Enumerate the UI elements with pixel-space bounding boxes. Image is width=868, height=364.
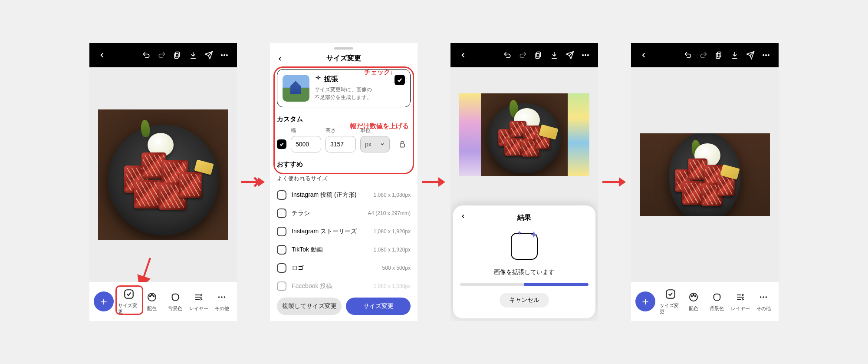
svg-point-30: [695, 296, 696, 297]
canvas[interactable]: [89, 67, 237, 282]
tool-colors[interactable]: 配色: [683, 291, 705, 312]
preset-checkbox[interactable]: [277, 263, 286, 273]
svg-point-3: [224, 54, 225, 56]
tool-bgcolor[interactable]: 背景色: [706, 291, 728, 312]
redo-icon[interactable]: [697, 49, 710, 62]
undo-icon[interactable]: [501, 49, 514, 62]
svg-rect-0: [176, 52, 179, 57]
add-button[interactable]: +: [635, 291, 655, 311]
svg-point-29: [693, 295, 694, 295]
more-icon[interactable]: [579, 49, 592, 62]
back-icon[interactable]: [457, 49, 470, 62]
arrow-right-icon: [241, 175, 266, 189]
canvas-image-expanded[interactable]: [640, 133, 770, 216]
back-icon[interactable]: [637, 49, 650, 62]
send-icon[interactable]: [563, 49, 576, 62]
svg-point-18: [582, 54, 584, 56]
sheet-header: サイズ変更: [270, 50, 418, 69]
preset-row[interactable]: Instagram ストーリーズ 1,080 x 1,920px: [277, 222, 411, 241]
canvas-image-wide[interactable]: [459, 93, 589, 176]
resize-icon: [123, 288, 135, 300]
redo-icon[interactable]: [155, 49, 168, 62]
preset-checkbox[interactable]: [277, 227, 286, 236]
canvas-image[interactable]: [98, 109, 228, 240]
custom-size-row: 幅 高さ 単位 px: [277, 127, 411, 152]
palette-icon: [146, 291, 158, 303]
svg-point-23: [763, 54, 764, 56]
download-icon[interactable]: [728, 49, 741, 62]
undo-icon[interactable]: [681, 49, 694, 62]
height-input[interactable]: [326, 136, 356, 152]
preset-row[interactable]: チラシ A4 (210 x 297mm): [277, 204, 411, 222]
preset-row[interactable]: Instagram 投稿 (正方形) 1,080 x 1,080px: [277, 186, 411, 204]
label: その他: [756, 306, 771, 312]
resize-sheet: サイズ変更 拡張: [270, 43, 418, 321]
stack-icon[interactable]: [713, 49, 726, 62]
more-icon[interactable]: [218, 49, 231, 62]
resize-icon: [664, 288, 677, 300]
preset-row[interactable]: Facebook 投稿 1,080 x 1,080px: [277, 277, 411, 291]
cancel-button[interactable]: キャンセル: [500, 293, 549, 308]
expand-checkbox[interactable]: [395, 75, 405, 85]
duplicate-resize-button[interactable]: 複製してサイズ変更: [277, 298, 342, 315]
svg-rect-1: [174, 53, 178, 59]
tool-colors[interactable]: 配色: [141, 291, 163, 312]
topbar: [631, 43, 779, 67]
unit-select[interactable]: px: [360, 136, 390, 152]
download-icon[interactable]: [548, 49, 561, 62]
redo-icon[interactable]: [516, 49, 529, 62]
send-icon[interactable]: [202, 49, 215, 62]
bottom-toolbar: + サイズ変更 配色 背景色: [89, 282, 237, 321]
topbar: [89, 43, 237, 67]
square-icon: [169, 291, 181, 303]
width-input[interactable]: [291, 136, 321, 152]
fill-right: [568, 93, 589, 176]
tool-layers[interactable]: レイヤー: [188, 291, 210, 312]
add-button[interactable]: +: [94, 291, 114, 311]
progress-bar: [460, 283, 589, 286]
canvas[interactable]: [631, 67, 779, 282]
tool-resize[interactable]: サイズ変更: [118, 288, 140, 315]
stack-icon[interactable]: [171, 49, 184, 62]
result-back-icon[interactable]: [460, 212, 466, 222]
lock-aspect-button[interactable]: [394, 136, 411, 152]
preset-checkbox[interactable]: [277, 245, 286, 255]
sheet-back-icon[interactable]: [277, 55, 283, 64]
panel-2-resize-sheet: サイズ変更 拡張: [270, 43, 418, 321]
chevron-down-icon: [380, 142, 385, 147]
preset-checkbox[interactable]: [277, 208, 286, 218]
panel-4-result: + サイズ変更 配色 背景色 レイヤー その他: [631, 43, 779, 321]
tool-more[interactable]: その他: [753, 291, 774, 312]
tool-layers[interactable]: レイヤー: [730, 291, 751, 312]
svg-point-33: [763, 296, 764, 298]
label: サイズ変更: [660, 303, 681, 315]
palette-icon: [687, 291, 700, 303]
preset-row[interactable]: TikTok 動画 1,080 x 1,920px: [277, 241, 411, 259]
panel-3-expanding: 結果 画像を拡張しています キャンセル: [450, 43, 598, 321]
undo-icon[interactable]: [140, 49, 153, 62]
svg-rect-31: [714, 294, 720, 301]
preset-checkbox[interactable]: [277, 281, 286, 291]
apply-resize-button[interactable]: サイズ変更: [346, 298, 411, 315]
more-icon[interactable]: [760, 49, 773, 62]
download-icon[interactable]: [187, 49, 200, 62]
annotation-check: チェック↓: [364, 69, 394, 76]
expand-thumbnail: [283, 75, 309, 102]
svg-point-32: [760, 296, 762, 298]
tool-more[interactable]: その他: [211, 291, 233, 312]
svg-point-14: [224, 296, 226, 298]
width-label: 幅: [291, 127, 321, 134]
svg-rect-22: [716, 53, 720, 59]
tool-bgcolor[interactable]: 背景色: [164, 291, 186, 312]
recommend-label: おすすめ: [277, 160, 411, 169]
back-icon[interactable]: [95, 49, 108, 62]
send-icon[interactable]: [744, 49, 757, 62]
tool-resize[interactable]: サイズ変更: [660, 288, 681, 315]
arrow-right-icon: [602, 175, 627, 189]
more-icon: [757, 291, 769, 303]
svg-point-19: [585, 54, 586, 56]
preset-checkbox[interactable]: [277, 190, 286, 200]
preset-row[interactable]: ロゴ 500 x 500px: [277, 259, 411, 277]
custom-checkbox[interactable]: [277, 139, 286, 149]
stack-icon[interactable]: [532, 49, 545, 62]
